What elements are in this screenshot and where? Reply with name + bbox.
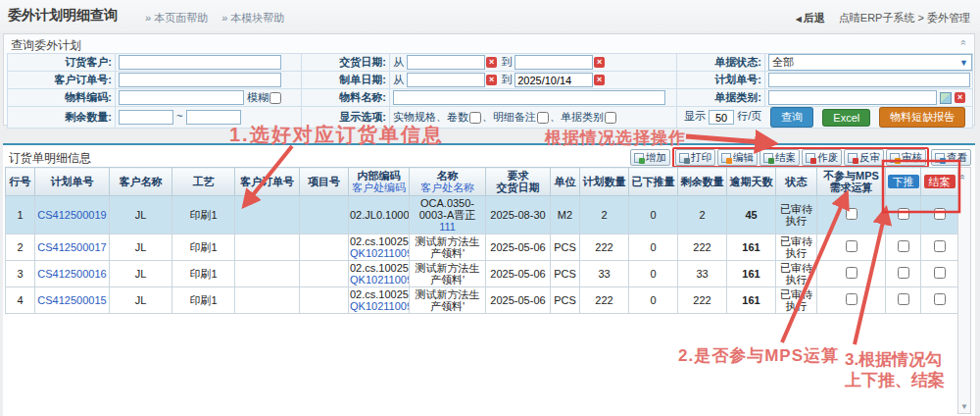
approve-button[interactable]: 审核	[886, 149, 926, 166]
plan-no-link[interactable]: CS412500017	[36, 241, 108, 253]
close-checkbox[interactable]	[934, 240, 946, 252]
customer-code-link[interactable]: QK1021100911	[350, 274, 408, 286]
order-customer-input[interactable]	[119, 55, 281, 70]
toolbar-button-label: 查看	[947, 151, 967, 165]
collapse-icon[interactable]: »	[958, 40, 969, 46]
material-code-input[interactable]	[119, 90, 244, 105]
clear-date-icon[interactable]: ×	[594, 75, 605, 85]
breadcrumb[interactable]: 点睛ERP子系统 > 委外管理	[839, 12, 970, 24]
column-header-17[interactable]: 结案	[921, 168, 958, 196]
push-cell[interactable]	[886, 196, 921, 234]
search-button[interactable]: 查询	[770, 107, 813, 128]
excel-button[interactable]: Excel	[822, 109, 870, 127]
close-cell[interactable]	[921, 196, 958, 234]
page-help-link[interactable]: » 本页面帮助	[145, 12, 208, 24]
push-checkbox[interactable]	[898, 293, 909, 305]
mps-checkbox[interactable]	[846, 267, 858, 279]
view-icon	[935, 153, 945, 163]
customer-order-cell	[235, 234, 300, 261]
grid-scrollbar[interactable]: » ▼	[957, 167, 971, 414]
back-button[interactable]: 后退	[804, 12, 825, 24]
plan-no-link[interactable]: CS412500019	[36, 209, 108, 221]
plan-qty-cell: 222	[580, 234, 629, 261]
push-cell[interactable]	[886, 261, 921, 287]
mps-checkbox[interactable]	[846, 293, 858, 305]
push-checkbox[interactable]	[898, 208, 909, 220]
close-cell[interactable]	[921, 261, 958, 287]
mps-checkbox[interactable]	[846, 240, 858, 252]
close-cell[interactable]	[921, 234, 958, 261]
plan-no-link[interactable]: CS412500016	[36, 268, 108, 280]
detail-note-checkbox[interactable]	[537, 112, 549, 124]
annotation-arrow-2	[686, 136, 774, 143]
plan-no-link[interactable]: CS412500015	[36, 294, 108, 306]
material-name-input[interactable]	[393, 90, 665, 105]
display-options-label: 显示选项:	[302, 107, 390, 129]
plan-no-cell[interactable]: CS412500017	[35, 234, 110, 261]
clear-doc-type-icon[interactable]: ×	[955, 92, 965, 103]
doc-status-select[interactable]: 全部▼	[768, 54, 972, 71]
clear-date-icon[interactable]: ×	[486, 57, 497, 68]
view-button[interactable]: 查看	[931, 149, 971, 166]
mps-cell[interactable]	[817, 287, 886, 314]
table-row-2[interactable]: 2CS412500017JL印刷102.cs.1002533QK10211009…	[6, 234, 958, 261]
fuzzy-checkbox[interactable]	[270, 92, 281, 104]
doc-type-input[interactable]	[768, 90, 937, 105]
column-header-14: 状态	[776, 168, 817, 196]
make-date-from-input[interactable]	[407, 73, 485, 87]
push-cell[interactable]	[886, 234, 921, 261]
clear-date-icon[interactable]: ×	[594, 57, 605, 68]
spec-roll-checkbox[interactable]	[469, 112, 481, 124]
customer-order-input[interactable]	[119, 73, 281, 87]
customer-name-link[interactable]: 111	[411, 221, 484, 233]
close-column-button[interactable]: 结案	[924, 175, 956, 188]
pushed-qty-cell: 0	[629, 287, 678, 314]
customer-cell: JL	[110, 234, 172, 261]
void-icon	[806, 153, 815, 163]
edit-button[interactable]: 编辑	[717, 149, 758, 166]
close-checkbox[interactable]	[934, 267, 946, 279]
push-checkbox[interactable]	[898, 267, 909, 279]
push-cell[interactable]	[886, 287, 921, 314]
customer-code-link[interactable]: QK1021100911	[350, 300, 408, 312]
collapse-columns-icon[interactable]: »	[956, 175, 967, 181]
make-date-to-input[interactable]	[514, 73, 593, 87]
close-checkbox[interactable]	[934, 293, 946, 305]
plan-no-cell[interactable]: CS412500015	[35, 287, 110, 314]
print-button[interactable]: 打印	[675, 149, 715, 166]
doc-status-label: 单据状态:	[677, 54, 765, 72]
remain-qty-from-input[interactable]	[119, 110, 173, 125]
close-checkbox[interactable]	[934, 208, 946, 220]
mps-cell[interactable]	[817, 234, 886, 261]
plan-no-input[interactable]	[768, 73, 970, 87]
customer-order-cell	[235, 261, 300, 287]
clear-date-icon[interactable]: ×	[486, 75, 497, 85]
customer-code-link[interactable]: QK1021100911	[350, 247, 408, 259]
doc-type-checkbox[interactable]	[605, 112, 616, 124]
status-cell: 已审待执行	[776, 234, 817, 261]
void-button[interactable]: 作废	[802, 149, 842, 166]
mps-cell[interactable]	[817, 196, 886, 234]
delivery-date-from-input[interactable]	[407, 55, 485, 70]
plan-no-cell[interactable]: CS412500019	[35, 196, 110, 234]
shortage-report-button[interactable]: 物料短缺报告	[879, 107, 965, 128]
delivery-date-to-input[interactable]	[514, 55, 593, 70]
module-help-link[interactable]: » 本模块帮助	[221, 12, 284, 24]
mps-cell[interactable]	[817, 261, 886, 287]
close-cell[interactable]	[921, 287, 958, 314]
push-column-button[interactable]: 下推	[888, 175, 919, 188]
rows-per-page-input[interactable]	[709, 110, 734, 125]
column-header-16[interactable]: 下推	[886, 168, 921, 196]
scroll-down-icon[interactable]: ▼	[960, 402, 968, 411]
plan-no-cell[interactable]: CS412500016	[35, 261, 110, 287]
picker-grid-icon[interactable]	[940, 92, 952, 104]
table-row-3[interactable]: 3CS412500016JL印刷102.cs.1002533QK10211009…	[6, 261, 958, 287]
mps-checkbox[interactable]	[846, 208, 858, 220]
push-checkbox[interactable]	[898, 240, 909, 252]
add-button[interactable]: 增加	[630, 149, 670, 166]
remain-qty-to-input[interactable]	[186, 110, 241, 125]
table-row-4[interactable]: 4CS412500015JL印刷102.cs.1002533QK10211009…	[6, 287, 958, 314]
unapprove-button[interactable]: 反审	[844, 149, 884, 166]
close-case-button[interactable]: 结案	[760, 149, 800, 166]
table-row-1[interactable]: 1CS412500019JL印刷102.JL0.1000002OCA.0350-…	[6, 196, 958, 234]
